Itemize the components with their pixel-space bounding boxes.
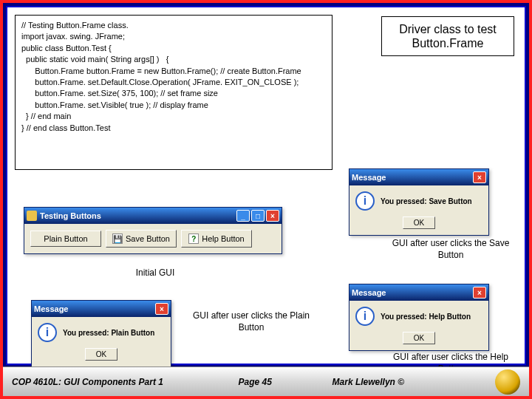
message-help-close-button[interactable]: ×: [473, 287, 486, 299]
ucf-logo-icon: [495, 369, 520, 395]
slide-frame: // Testing Button.Frame class. import ja…: [0, 0, 532, 399]
message-save-titlebar[interactable]: Message ×: [349, 169, 488, 185]
driver-label-text: Driver class to test Button.Frame: [385, 22, 511, 50]
message-plain-ok-button[interactable]: OK: [85, 348, 117, 361]
content-area: // Testing Button.Frame class. import ja…: [7, 7, 525, 362]
save-button[interactable]: 💾 Save Button: [106, 230, 177, 248]
testing-buttons-body: Plain Button 💾 Save Button ? Help Button: [24, 224, 282, 253]
code-listing: // Testing Button.Frame class. import ja…: [15, 15, 332, 170]
message-help-titlebar[interactable]: Message ×: [349, 284, 488, 301]
slide-footer: COP 4610L: GUI Components Part 1 Page 45…: [3, 366, 529, 396]
message-help-ok-button[interactable]: OK: [403, 332, 435, 344]
java-app-icon: [27, 211, 37, 221]
info-icon: i: [355, 307, 375, 326]
info-icon: i: [355, 191, 375, 211]
testing-buttons-window: Testing Buttons _ □ × Plain Button 💾 Sav…: [24, 207, 282, 254]
close-button[interactable]: ×: [266, 210, 279, 222]
message-save-text: You pressed: Save Button: [381, 197, 472, 205]
message-help-body: i You pressed: Help Button: [349, 301, 488, 330]
save-button-label: Save Button: [126, 234, 170, 243]
minimize-button[interactable]: _: [236, 210, 250, 222]
message-dialog-plain: Message × i You pressed: Plain Button OK: [31, 300, 171, 367]
message-help-title: Message: [352, 288, 386, 297]
maximize-button[interactable]: □: [251, 210, 265, 222]
footer-course-title: COP 4610L: GUI Components Part 1: [12, 377, 200, 387]
message-save-body: i You pressed: Save Button: [349, 185, 488, 215]
testing-buttons-titlebar[interactable]: Testing Buttons _ □ ×: [24, 208, 282, 224]
message-save-close-button[interactable]: ×: [473, 171, 486, 183]
footer-page-number: Page 45: [200, 377, 310, 387]
footer-author: Mark Llewellyn ©: [310, 377, 489, 387]
message-plain-titlebar[interactable]: Message ×: [32, 301, 171, 317]
message-plain-close-button[interactable]: ×: [155, 303, 168, 315]
message-save-ok-button[interactable]: OK: [403, 216, 435, 229]
caption-save: GUI after user clicks the Save Button: [392, 238, 510, 261]
message-plain-title: Message: [34, 304, 68, 313]
help-button-label: Help Button: [202, 234, 244, 243]
message-dialog-save: Message × i You pressed: Save Button OK: [349, 168, 489, 236]
save-icon: 💾: [112, 233, 123, 244]
caption-plain: GUI after user clicks the Plain Button: [192, 310, 310, 333]
message-save-title: Message: [352, 173, 386, 182]
message-plain-text: You pressed: Plain Button: [63, 329, 154, 337]
plain-button[interactable]: Plain Button: [30, 231, 101, 247]
plain-button-label: Plain Button: [44, 234, 87, 243]
help-icon: ?: [188, 233, 199, 244]
caption-initial-gui: Initial GUI: [118, 267, 192, 279]
help-button[interactable]: ? Help Button: [181, 230, 252, 248]
message-help-text: You pressed: Help Button: [381, 313, 471, 321]
message-plain-body: i You pressed: Plain Button: [32, 317, 171, 347]
message-dialog-help: Message × i You pressed: Help Button OK: [349, 284, 489, 351]
info-icon: i: [38, 323, 57, 342]
testing-buttons-title: Testing Buttons: [40, 211, 101, 220]
driver-label-box: Driver class to test Button.Frame: [381, 16, 514, 56]
